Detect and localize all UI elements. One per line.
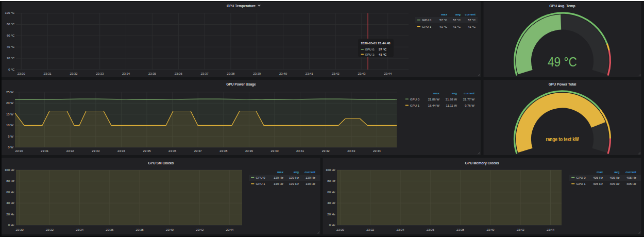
svg-text:139 Hz: 139 Hz — [306, 182, 315, 185]
svg-text:23:44: 23:44 — [373, 149, 381, 152]
svg-text:GPU 0:: GPU 0: — [365, 47, 375, 51]
svg-text:23:32: 23:32 — [66, 149, 75, 152]
svg-text:23:37: 23:37 — [194, 149, 202, 152]
svg-text:60 Hz: 60 Hz — [6, 191, 14, 194]
svg-text:max: max — [597, 171, 603, 174]
svg-text:139 Hz: 139 Hz — [289, 176, 299, 179]
svg-text:21.86 W: 21.86 W — [428, 98, 440, 101]
svg-text:23:36: 23:36 — [175, 72, 183, 75]
svg-text:23:30: 23:30 — [15, 228, 24, 231]
svg-text:23:39: 23:39 — [245, 149, 253, 152]
svg-text:41 °C: 41 °C — [468, 25, 476, 28]
svg-text:23:40: 23:40 — [279, 72, 287, 75]
svg-text:60 °C: 60 °C — [7, 34, 15, 37]
svg-text:GPU 0: GPU 0 — [422, 19, 432, 22]
svg-text:23:44: 23:44 — [384, 72, 392, 75]
svg-text:80 Hz: 80 Hz — [327, 179, 335, 182]
svg-text:9.76 W: 9.76 W — [465, 104, 474, 107]
svg-text:80 Hz: 80 Hz — [6, 179, 14, 182]
svg-text:GPU 1:: GPU 1: — [365, 53, 375, 56]
svg-text:avg: avg — [452, 92, 457, 95]
svg-text:20 Hz: 20 Hz — [6, 213, 14, 216]
svg-text:23:41: 23:41 — [306, 72, 314, 75]
svg-text:0 Hz: 0 Hz — [329, 224, 335, 227]
svg-text:GPU Memory Clocks: GPU Memory Clocks — [465, 161, 499, 165]
svg-text:23:34: 23:34 — [122, 72, 130, 75]
svg-text:GPU 0: GPU 0 — [256, 176, 266, 179]
svg-text:23:31: 23:31 — [41, 149, 49, 152]
svg-text:avg: avg — [614, 171, 620, 174]
svg-text:23:35: 23:35 — [148, 72, 157, 75]
svg-text:40 Hz: 40 Hz — [6, 201, 14, 205]
svg-text:max: max — [441, 13, 448, 16]
svg-text:23:37: 23:37 — [201, 72, 209, 75]
svg-text:current: current — [464, 92, 474, 95]
svg-text:40 Hz: 40 Hz — [327, 201, 335, 205]
svg-text:139 Hz: 139 Hz — [274, 182, 283, 185]
svg-text:23:38: 23:38 — [136, 228, 144, 231]
svg-text:23:41: 23:41 — [296, 149, 304, 152]
svg-text:23:33: 23:33 — [92, 149, 100, 152]
svg-text:139 Hz: 139 Hz — [289, 182, 299, 185]
svg-text:GPU Temperature: GPU Temperature — [227, 4, 256, 8]
svg-text:GPU 0: GPU 0 — [410, 98, 420, 101]
svg-text:25 W: 25 W — [6, 91, 13, 94]
svg-text:23:40: 23:40 — [166, 228, 174, 231]
svg-text:41 °C: 41 °C — [453, 25, 461, 28]
svg-text:41 °C: 41 °C — [439, 25, 448, 28]
svg-text:23:30: 23:30 — [18, 72, 26, 75]
svg-text:20 °C: 20 °C — [7, 57, 15, 60]
svg-text:41 °C: 41 °C — [379, 53, 387, 56]
svg-text:57 °C: 57 °C — [453, 19, 461, 22]
svg-text:avg: avg — [294, 171, 299, 174]
svg-text:405 Hz: 405 Hz — [593, 182, 603, 185]
svg-text:57 °C: 57 °C — [439, 19, 448, 22]
svg-text:GPU SM Clocks: GPU SM Clocks — [148, 161, 174, 165]
svg-text:GPU 1: GPU 1 — [577, 182, 586, 185]
svg-text:40 °C: 40 °C — [7, 45, 15, 48]
svg-text:23:30: 23:30 — [15, 149, 23, 152]
svg-text:23:32: 23:32 — [366, 228, 375, 231]
svg-text:405 Hz: 405 Hz — [609, 176, 619, 179]
svg-text:100 Hz: 100 Hz — [5, 168, 14, 172]
svg-text:current: current — [465, 13, 476, 16]
svg-text:23:43: 23:43 — [347, 149, 355, 152]
svg-text:23:38: 23:38 — [219, 149, 228, 152]
svg-text:23:32: 23:32 — [70, 72, 78, 75]
svg-text:23:33: 23:33 — [96, 72, 104, 75]
svg-text:23:44: 23:44 — [547, 228, 555, 231]
svg-text:49 °C: 49 °C — [548, 55, 577, 69]
svg-text:0 W: 0 W — [8, 146, 13, 149]
svg-text:11.11 W: 11.11 W — [446, 104, 457, 107]
svg-text:57 °C: 57 °C — [379, 47, 387, 51]
svg-text:405 Hz: 405 Hz — [626, 176, 636, 179]
svg-text:range to text kW: range to text kW — [546, 136, 579, 142]
svg-text:23:44: 23:44 — [226, 228, 234, 231]
svg-text:5 W: 5 W — [8, 135, 13, 138]
svg-text:GPU Power Usage: GPU Power Usage — [226, 82, 256, 87]
svg-text:60 Hz: 60 Hz — [327, 191, 335, 194]
svg-text:23:34: 23:34 — [76, 228, 84, 231]
svg-text:10 W: 10 W — [6, 124, 13, 127]
svg-text:20 W: 20 W — [6, 101, 13, 105]
svg-text:16.44 W: 16.44 W — [428, 104, 440, 107]
svg-text:23:43: 23:43 — [358, 72, 366, 75]
svg-text:23:31: 23:31 — [44, 72, 52, 75]
svg-text:405 Hz: 405 Hz — [609, 182, 619, 185]
svg-text:23:38: 23:38 — [456, 228, 465, 231]
svg-text:15 W: 15 W — [6, 113, 13, 116]
svg-text:23:34: 23:34 — [117, 149, 126, 152]
svg-text:max: max — [277, 171, 284, 174]
svg-text:100 Hz: 100 Hz — [326, 168, 335, 172]
svg-text:avg: avg — [455, 13, 461, 16]
svg-text:max: max — [433, 92, 440, 95]
svg-text:GPU Power Total: GPU Power Total — [549, 82, 577, 87]
svg-text:2020-05-01 23:44:48: 2020-05-01 23:44:48 — [361, 41, 391, 45]
svg-text:current: current — [304, 171, 315, 174]
svg-text:23:39: 23:39 — [253, 72, 261, 75]
svg-text:100 °C: 100 °C — [5, 11, 15, 14]
svg-text:current: current — [625, 171, 636, 174]
svg-text:23:42: 23:42 — [332, 72, 340, 75]
svg-text:23:36: 23:36 — [106, 228, 114, 231]
svg-text:23:42: 23:42 — [196, 228, 204, 231]
